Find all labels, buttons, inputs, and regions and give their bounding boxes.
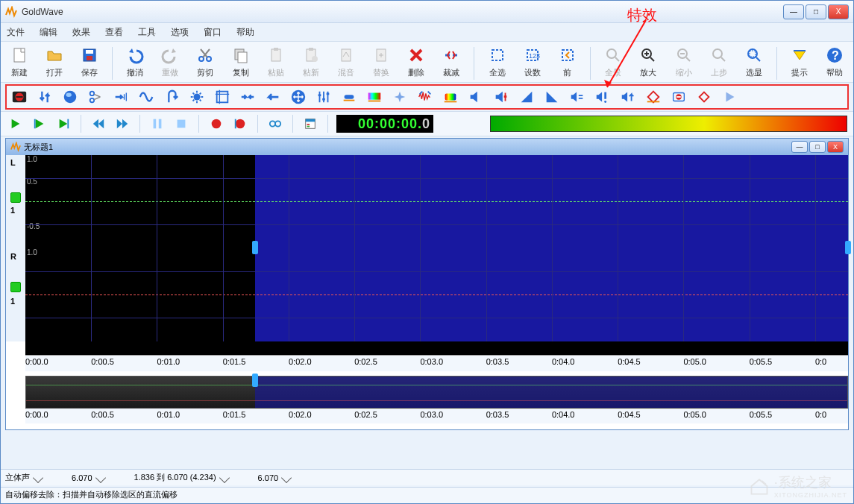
setsel-button[interactable]: 123设数 [518, 45, 546, 82]
overview-start-handle[interactable] [252, 374, 258, 387]
copy-button[interactable]: 复制 [227, 45, 254, 82]
fx-fadein-button[interactable] [517, 87, 536, 107]
stop-button[interactable] [172, 115, 190, 133]
redo-button[interactable]: 重做 [157, 45, 184, 82]
pastenew-button[interactable]: 粘新 [297, 45, 324, 82]
zoomsel-button[interactable]: 上步 [705, 45, 732, 82]
cut-button[interactable]: 剪切 [192, 45, 219, 82]
fx-pitch-button[interactable] [289, 87, 308, 107]
fx-mute-button[interactable] [568, 87, 587, 107]
new-button[interactable]: 新建 [5, 45, 33, 82]
left-channel-waveform: 1.0 0.5 -0.5 [25, 155, 848, 248]
doc-minimize-button[interactable]: — [791, 141, 808, 153]
trim-button[interactable]: 裁减 [437, 45, 465, 82]
fx-fadeout-button[interactable] [542, 87, 562, 107]
fx-dynamics-button[interactable] [86, 87, 105, 107]
zoomin-button[interactable]: 放大 [635, 45, 662, 82]
channels-field[interactable]: 立体声 [5, 472, 42, 483]
close-button[interactable]: X [828, 4, 849, 19]
loop-button[interactable] [266, 115, 284, 133]
maximize-button[interactable]: □ [806, 4, 826, 19]
delete-button[interactable]: 删除 [402, 45, 430, 82]
menu-edit[interactable]: 编辑 [40, 26, 57, 39]
props-button[interactable] [301, 115, 319, 133]
fx-rainbow-button[interactable] [441, 87, 460, 107]
fx-expand-button[interactable] [238, 87, 257, 107]
svg-rect-36 [217, 92, 228, 103]
save-button[interactable]: 保存 [75, 45, 103, 82]
timeline-ruler[interactable]: 0:00.0 0:00.5 0:01.0 0:01.5 0:02.0 0:02.… [25, 355, 848, 371]
help-button[interactable]: ?帮助 [821, 45, 849, 82]
time-tick: 0:05.5 [750, 357, 773, 366]
open-button[interactable]: 打开 [40, 45, 68, 82]
fx-flanger-button[interactable] [136, 87, 156, 107]
prev-button[interactable]: 前 [553, 45, 581, 82]
menu-tool[interactable]: 工具 [138, 26, 156, 39]
menu-view[interactable]: 查看 [105, 26, 123, 39]
overview-ruler[interactable]: 0:00.0 0:00.5 0:01.0 0:01.5 0:02.0 0:02.… [25, 409, 848, 423]
fit-button[interactable]: 全景 [600, 45, 627, 82]
fx-spectrum-button[interactable] [365, 87, 384, 107]
selection-end-handle[interactable] [845, 241, 851, 254]
svg-rect-45 [445, 93, 456, 100]
fx-censor-button[interactable] [10, 87, 29, 107]
fx-echo-button[interactable] [111, 87, 131, 107]
paste-button[interactable]: 粘贴 [262, 45, 289, 82]
forward-button[interactable] [113, 115, 131, 133]
fx-parameq-button[interactable] [314, 87, 333, 107]
selection-field[interactable]: 1.836 到 6.070 (4.234) [134, 472, 228, 483]
fx-compressor-button[interactable] [187, 87, 207, 107]
position-field[interactable]: 6.070 [258, 473, 291, 482]
play3-button[interactable] [54, 115, 72, 133]
selall-button[interactable]: 全选 [483, 45, 511, 82]
waveform-area[interactable]: L 1 R 1 1.0 0.5 -0.5 [6, 155, 848, 341]
menu-window[interactable]: 窗口 [204, 26, 222, 39]
play-button[interactable] [7, 115, 25, 133]
undo-button[interactable]: 撤消 [122, 45, 149, 82]
record2-button[interactable] [231, 115, 249, 133]
fx-gain-button[interactable] [492, 87, 511, 107]
zoomout-button[interactable]: 缩小 [670, 45, 697, 82]
mix-button[interactable]: 混音 [332, 45, 360, 82]
menu-effect[interactable]: 效果 [72, 26, 90, 39]
right-channel-checkbox[interactable] [10, 282, 21, 292]
fx-maximize-button[interactable] [593, 87, 612, 107]
fx-volume-button[interactable] [466, 87, 486, 107]
minimize-button[interactable]: — [783, 4, 804, 19]
duration-field[interactable]: 6.070 [72, 473, 104, 482]
redo-icon [160, 45, 180, 66]
transport-toolbar: 00:00:00.0 [1, 111, 853, 136]
record-button[interactable] [207, 115, 225, 133]
findzoom-button[interactable]: 选显 [740, 45, 767, 82]
menu-option[interactable]: 选项 [171, 26, 189, 39]
fx-silence-button[interactable] [390, 87, 409, 107]
fx-reverse-button[interactable] [162, 87, 181, 107]
menu-file[interactable]: 文件 [7, 26, 25, 39]
overview-selection[interactable] [255, 377, 847, 408]
doc-close-button[interactable]: X [827, 141, 844, 153]
fx-stop-button[interactable] [669, 87, 688, 107]
pause-button[interactable] [148, 115, 166, 133]
rewind-button[interactable] [90, 115, 107, 133]
left-channel-checkbox[interactable] [10, 192, 21, 203]
replace-button[interactable]: 替换 [367, 45, 395, 82]
fx-cue-button[interactable] [644, 87, 663, 107]
fx-diamond2-button[interactable] [694, 87, 714, 107]
fx-tri-button[interactable] [720, 87, 739, 107]
titlebar[interactable]: GoldWave — □ X [1, 1, 853, 23]
fx-wavefx-button[interactable] [415, 87, 435, 107]
waveform-canvas[interactable]: 1.0 0.5 -0.5 1.0 [25, 155, 848, 341]
doc-titlebar[interactable]: 无标题1 — □ X [6, 139, 848, 155]
overview-strip[interactable] [25, 376, 848, 409]
tips-button[interactable]: 提示 [786, 45, 814, 82]
menu-help[interactable]: 帮助 [236, 26, 254, 39]
fx-normalize-button[interactable] [618, 87, 638, 107]
doc-maximize-button[interactable]: □ [809, 141, 826, 153]
fx-swap-channels-button[interactable] [35, 87, 54, 107]
fx-back-button[interactable] [263, 87, 283, 107]
fx-doppler-button[interactable] [60, 87, 80, 107]
play2-button[interactable] [31, 115, 48, 133]
fx-shape-button[interactable] [339, 87, 359, 107]
fx-equalizer-button[interactable] [213, 87, 232, 107]
selection-start-handle[interactable] [252, 241, 258, 254]
